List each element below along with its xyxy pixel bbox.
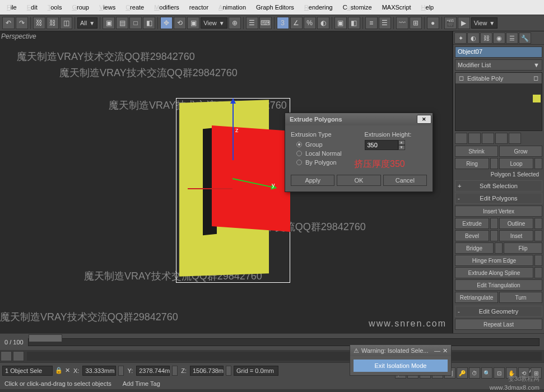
named-sel-button[interactable]: ▣	[334, 17, 347, 29]
redo-button[interactable]: ↷	[16, 17, 28, 29]
bind-button[interactable]: ◫	[60, 17, 72, 29]
apply-button[interactable]: Apply	[291, 175, 334, 186]
cancel-button[interactable]: Cancel	[383, 175, 427, 186]
rollout-edit-geometry[interactable]: -Edit Geometry	[455, 306, 542, 317]
show-result-button[interactable]	[468, 133, 481, 144]
motion-tab-icon[interactable]: ◉	[493, 32, 505, 44]
track-bar[interactable]	[0, 350, 544, 362]
material-editor-button[interactable]: ●	[427, 17, 439, 29]
percent-snap-button[interactable]: %	[304, 17, 316, 29]
hinge-button[interactable]: Hinge From Edge	[455, 255, 533, 266]
select-name-button[interactable]: ▤	[116, 17, 128, 29]
z-spinner[interactable]	[226, 366, 231, 376]
display-tab-icon[interactable]: ☰	[506, 32, 518, 44]
layers-button[interactable]: ☰	[379, 17, 391, 29]
timeline[interactable]: 0 / 100	[0, 333, 544, 350]
menu-modifiers[interactable]: Modifiers	[150, 2, 184, 12]
menu-graph[interactable]: Graph Editors	[252, 2, 299, 12]
warning-titlebar[interactable]: ⚠ Warning: Isolated Sele... — ✕	[350, 345, 451, 356]
zoom-all-button[interactable]: ⊡	[494, 367, 505, 379]
object-color-swatch[interactable]	[532, 94, 541, 103]
crossing-icon[interactable]: ✕	[65, 367, 70, 374]
z-coord-field[interactable]: 1506.738m	[190, 366, 224, 376]
unlink-button[interactable]: ⛓	[47, 17, 59, 29]
hierarchy-tab-icon[interactable]: ⛓	[480, 32, 492, 44]
lock-icon[interactable]: 🔒	[55, 367, 63, 374]
modifier-stack[interactable]: ◻ Editable Poly ◻	[455, 72, 542, 131]
dialog-titlebar[interactable]: Extrude Polygons ✕	[285, 113, 433, 125]
inset-button[interactable]: Inset	[499, 230, 533, 241]
radio-local-normal[interactable]: Local Normal	[291, 149, 354, 158]
track-btn-2[interactable]	[13, 351, 24, 361]
gizmo-z-axis[interactable]	[233, 99, 234, 160]
extrude-settings-button[interactable]	[490, 218, 498, 229]
retriangulate-button[interactable]: Retriangulate	[455, 292, 498, 303]
pin-stack-button[interactable]	[455, 133, 467, 144]
utilities-tab-icon[interactable]: 🔧	[519, 32, 531, 44]
menu-views[interactable]: Views	[95, 2, 120, 12]
manipulate-button[interactable]: ☰	[246, 17, 258, 29]
inset-settings-button[interactable]	[534, 230, 542, 241]
curve-editor-button[interactable]: 〰	[396, 17, 408, 29]
key-mode-button[interactable]: 🔑	[457, 367, 468, 379]
loop-spinner[interactable]	[534, 158, 542, 169]
y-spinner[interactable]	[172, 366, 178, 376]
scale-button[interactable]: ▣	[187, 17, 199, 29]
select-button[interactable]: ▣	[103, 17, 115, 29]
insert-vertex-button[interactable]: Insert Vertex	[455, 206, 542, 217]
render-preset[interactable]: View ▼	[471, 17, 498, 29]
ring-button[interactable]: Ring	[455, 158, 489, 169]
menu-rendering[interactable]: Rendering	[300, 2, 337, 12]
turn-button[interactable]: Turn	[499, 292, 542, 303]
close-icon[interactable]: ✕	[417, 115, 431, 124]
pivot-button[interactable]: ⊕	[229, 17, 241, 29]
menu-file[interactable]: File	[2, 2, 21, 12]
y-coord-field[interactable]: 2378.744m	[136, 366, 170, 376]
menu-group[interactable]: Group	[67, 2, 94, 12]
snap-button[interactable]: 3	[277, 17, 289, 29]
spinner-up-button[interactable]: ▲	[398, 140, 405, 145]
time-slider[interactable]	[28, 338, 540, 346]
object-name-field[interactable]: Object07	[455, 46, 542, 58]
move-button[interactable]: ✥	[160, 17, 173, 29]
x-spinner[interactable]	[118, 366, 124, 376]
modify-tab-icon[interactable]: ◐	[467, 32, 480, 44]
loop-button[interactable]: Loop	[499, 158, 533, 169]
render-scene-button[interactable]: 🎬	[444, 17, 457, 29]
extrude-button[interactable]: Extrude	[455, 218, 489, 229]
ref-coord-system[interactable]: View ▼	[201, 17, 227, 29]
menu-create[interactable]: Create	[121, 2, 148, 12]
bevel-button[interactable]: Bevel	[455, 230, 489, 241]
create-tab-icon[interactable]: ✦	[454, 32, 467, 44]
remove-modifier-button[interactable]	[495, 133, 508, 144]
mirror-button[interactable]: ◧	[348, 17, 360, 29]
undo-button[interactable]: ↶	[2, 17, 15, 29]
extrusion-height-field[interactable]: 350	[365, 140, 398, 150]
outline-settings-button[interactable]	[534, 218, 542, 229]
rollout-edit-polygons[interactable]: -Edit Polygons	[455, 193, 542, 204]
rotate-button[interactable]: ⟲	[174, 17, 186, 29]
outline-button[interactable]: Outline	[499, 218, 533, 229]
bridge-button[interactable]: Bridge	[455, 242, 494, 254]
window-crossing-button[interactable]: ◧	[143, 17, 155, 29]
gizmo-x-axis[interactable]	[188, 188, 233, 189]
extrude-spline-button[interactable]: Extrude Along Spline	[455, 267, 533, 278]
menu-edit[interactable]: Edit	[22, 2, 42, 12]
exit-isolation-button[interactable]: Exit Isolation Mode	[354, 360, 448, 372]
flip-button[interactable]: Flip	[504, 242, 542, 254]
ok-button[interactable]: OK	[337, 175, 380, 186]
radio-group[interactable]: Group	[291, 140, 354, 149]
link-button[interactable]: ⛓	[33, 17, 45, 29]
ring-spinner[interactable]	[490, 158, 498, 169]
radio-by-polygon[interactable]: By Polygon	[291, 158, 354, 167]
edit-tri-button[interactable]: Edit Triangulation	[455, 279, 542, 291]
spinner-down-button[interactable]: ▼	[398, 145, 405, 150]
menu-tools[interactable]: Tools	[43, 2, 67, 12]
minimize-icon[interactable]: —	[434, 347, 440, 354]
close-icon[interactable]: ✕	[443, 347, 448, 354]
select-region-button[interactable]: □	[129, 17, 142, 29]
spinner-snap-button[interactable]: ◐	[317, 17, 329, 29]
rollout-soft-selection[interactable]: +Soft Selection	[455, 180, 542, 192]
render-button[interactable]: ▶	[458, 17, 470, 29]
time-config-button[interactable]: ⏱	[469, 367, 480, 379]
